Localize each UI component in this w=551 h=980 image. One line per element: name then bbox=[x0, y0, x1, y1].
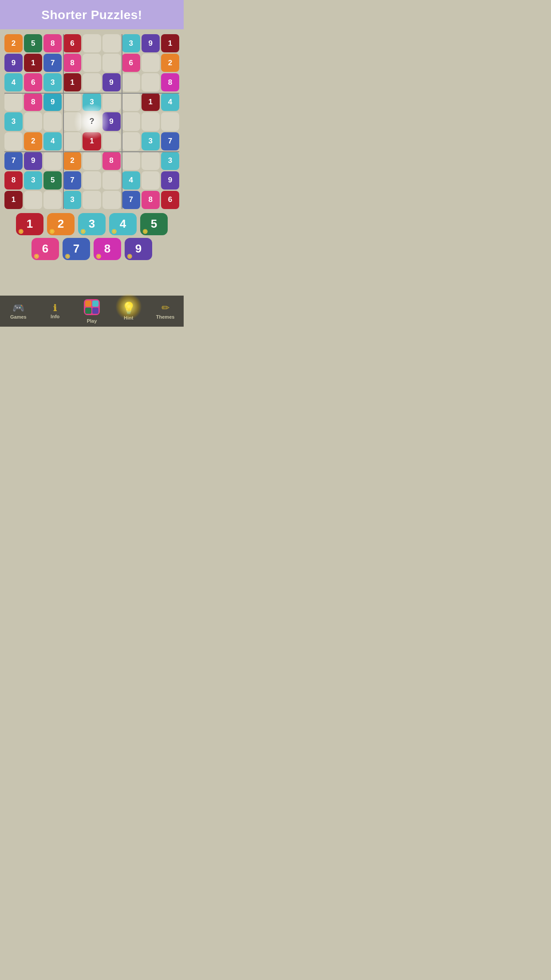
cell-46[interactable]: 2 bbox=[24, 132, 42, 150]
cell-75[interactable]: 3 bbox=[63, 191, 81, 209]
cell-44[interactable] bbox=[161, 112, 179, 130]
nav-info-label: Info bbox=[51, 314, 59, 319]
cell-2[interactable]: 8 bbox=[43, 34, 62, 52]
cell-9[interactable]: 9 bbox=[4, 54, 23, 72]
cell-54[interactable]: 7 bbox=[4, 152, 23, 170]
cell-53[interactable]: 7 bbox=[161, 132, 179, 150]
cell-24[interactable] bbox=[122, 73, 140, 91]
cell-13[interactable] bbox=[83, 54, 101, 72]
cell-12[interactable]: 8 bbox=[63, 54, 81, 72]
cell-79[interactable]: 8 bbox=[142, 191, 160, 209]
cell-26[interactable]: 8 bbox=[161, 73, 179, 91]
num-btn-9[interactable]: 🪙 9 bbox=[125, 238, 152, 260]
cell-50[interactable] bbox=[102, 132, 121, 150]
cell-58[interactable] bbox=[83, 152, 101, 170]
cell-57[interactable]: 2 bbox=[63, 152, 81, 170]
cell-43[interactable] bbox=[142, 112, 160, 130]
cell-38[interactable] bbox=[43, 112, 62, 130]
num-btn-7[interactable]: 🪙 7 bbox=[63, 238, 90, 260]
cell-74[interactable] bbox=[43, 191, 62, 209]
cell-6[interactable]: 3 bbox=[122, 34, 140, 52]
cell-34[interactable]: 1 bbox=[142, 93, 160, 111]
nav-play[interactable]: Play bbox=[74, 299, 110, 324]
cell-39[interactable] bbox=[63, 112, 81, 130]
cell-48[interactable] bbox=[63, 132, 81, 150]
cell-69[interactable]: 4 bbox=[122, 171, 140, 190]
nav-themes[interactable]: ✏ Themes bbox=[147, 303, 184, 320]
cell-30[interactable] bbox=[63, 93, 81, 111]
cell-60[interactable] bbox=[122, 152, 140, 170]
cell-7[interactable]: 9 bbox=[142, 34, 160, 52]
cell-29[interactable]: 9 bbox=[43, 93, 62, 111]
nav-games[interactable]: 🎮 Games bbox=[0, 303, 37, 320]
cell-56[interactable] bbox=[43, 152, 62, 170]
cell-52[interactable]: 3 bbox=[142, 132, 160, 150]
num-btn-4[interactable]: 🪙 4 bbox=[109, 213, 137, 235]
cell-42[interactable] bbox=[122, 112, 140, 130]
cell-68[interactable] bbox=[102, 171, 121, 190]
cell-22[interactable] bbox=[83, 73, 101, 91]
nav-hint[interactable]: 💡 Hint bbox=[110, 302, 147, 320]
num-btn-8[interactable]: 🪙 8 bbox=[94, 238, 121, 260]
cell-33[interactable] bbox=[122, 93, 140, 111]
cell-5[interactable] bbox=[102, 34, 121, 52]
num-btn-3[interactable]: 🪙 3 bbox=[78, 213, 106, 235]
cell-40[interactable]: ? bbox=[83, 112, 101, 130]
cell-65[interactable]: 5 bbox=[43, 171, 62, 190]
cell-62[interactable]: 3 bbox=[161, 152, 179, 170]
cell-70[interactable] bbox=[142, 171, 160, 190]
cell-59[interactable]: 8 bbox=[102, 152, 121, 170]
cell-11[interactable]: 7 bbox=[43, 54, 62, 72]
cell-80[interactable]: 6 bbox=[161, 191, 179, 209]
header: Shorter Puzzles! bbox=[0, 0, 184, 29]
num-btn-1[interactable]: 🪙 1 bbox=[16, 213, 43, 235]
cell-76[interactable] bbox=[83, 191, 101, 209]
cell-3[interactable]: 6 bbox=[63, 34, 81, 52]
cell-28[interactable]: 8 bbox=[24, 93, 42, 111]
cell-41[interactable]: 9 bbox=[102, 112, 121, 130]
cell-21[interactable]: 1 bbox=[63, 73, 81, 91]
cell-49[interactable]: 1 bbox=[83, 132, 101, 150]
cell-31[interactable]: 3 bbox=[83, 93, 101, 111]
cell-63[interactable]: 8 bbox=[4, 171, 23, 190]
cell-71[interactable]: 9 bbox=[161, 171, 179, 190]
cell-27[interactable] bbox=[4, 93, 23, 111]
cell-0[interactable]: 2 bbox=[4, 34, 23, 52]
cell-61[interactable] bbox=[142, 152, 160, 170]
cell-8[interactable]: 1 bbox=[161, 34, 179, 52]
cell-73[interactable] bbox=[24, 191, 42, 209]
cell-18[interactable]: 4 bbox=[4, 73, 23, 91]
cell-51[interactable] bbox=[122, 132, 140, 150]
num-btn-5[interactable]: 🪙 5 bbox=[140, 213, 168, 235]
cell-1[interactable]: 5 bbox=[24, 34, 42, 52]
cell-25[interactable] bbox=[142, 73, 160, 91]
cell-64[interactable]: 3 bbox=[24, 171, 42, 190]
cell-77[interactable] bbox=[102, 191, 121, 209]
cell-36[interactable]: 3 bbox=[4, 112, 23, 130]
cell-17[interactable]: 2 bbox=[161, 54, 179, 72]
cell-35[interactable]: 4 bbox=[161, 93, 179, 111]
cell-37[interactable] bbox=[24, 112, 42, 130]
svg-rect-1 bbox=[85, 300, 91, 307]
cell-4[interactable] bbox=[83, 34, 101, 52]
num-btn-2[interactable]: 🪙 2 bbox=[47, 213, 75, 235]
cell-15[interactable]: 6 bbox=[122, 54, 140, 72]
cell-16[interactable] bbox=[142, 54, 160, 72]
num-btn-6[interactable]: 🪙 6 bbox=[31, 238, 59, 260]
nav-info[interactable]: ℹ Info bbox=[37, 304, 74, 319]
cell-10[interactable]: 1 bbox=[24, 54, 42, 72]
cell-72[interactable]: 1 bbox=[4, 191, 23, 209]
cell-66[interactable]: 7 bbox=[63, 171, 81, 190]
cell-23[interactable]: 9 bbox=[102, 73, 121, 91]
cell-32[interactable] bbox=[102, 93, 121, 111]
cell-19[interactable]: 6 bbox=[24, 73, 42, 91]
svg-rect-2 bbox=[92, 300, 98, 307]
cell-14[interactable] bbox=[102, 54, 121, 72]
cell-20[interactable]: 3 bbox=[43, 73, 62, 91]
sudoku-wrapper: 2586391917862463198893143 ? 924137792838… bbox=[3, 33, 181, 210]
cell-47[interactable]: 4 bbox=[43, 132, 62, 150]
cell-45[interactable] bbox=[4, 132, 23, 150]
cell-78[interactable]: 7 bbox=[122, 191, 140, 209]
cell-67[interactable] bbox=[83, 171, 101, 190]
cell-55[interactable]: 9 bbox=[24, 152, 42, 170]
